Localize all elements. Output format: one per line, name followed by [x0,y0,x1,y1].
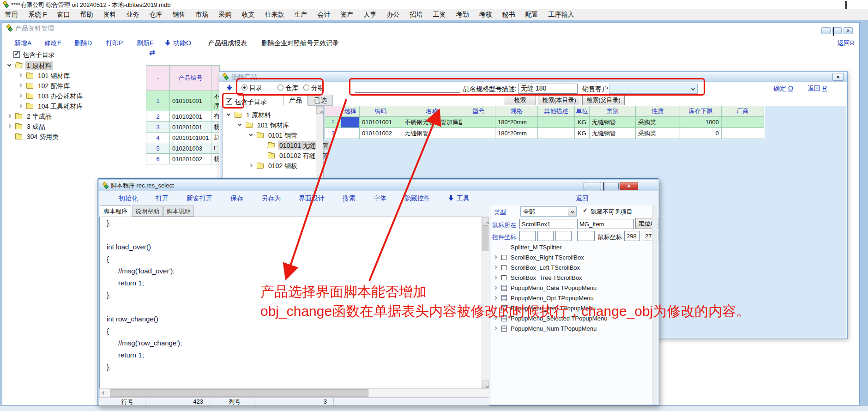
menu-item-5[interactable]: 资料 [98,11,121,19]
chevron-collapsed-icon[interactable] [7,114,11,118]
menu-item-3[interactable]: 窗口 [52,11,75,19]
table-row[interactable]: 1010101001不锈钢无缝钢管加厚型180*20mmKG无缝钢管采购类100… [325,117,765,128]
control-x-input[interactable] [519,231,536,241]
tree-item[interactable]: 0101 钢管 [223,130,323,140]
hide-invisible-checkbox[interactable] [582,208,588,214]
script-minimize-button[interactable] [584,182,601,190]
tree-item[interactable]: 3 成品 [2,121,141,132]
control-tree-item[interactable]: PopupMenu_Num TPopupMenu [490,324,658,334]
control-tree-item[interactable]: PopupMenu_Cata TPopupMenu [490,283,658,293]
script-toolbar-打开[interactable]: 打开 [156,194,169,203]
script-tab-脚本程序[interactable]: 脚本程序 [100,206,131,217]
search-button-3[interactable]: 检索(父目录) [582,95,625,105]
tree-item[interactable]: 010102 有缝焊管 [223,151,323,161]
maximize-button[interactable] [845,2,859,8]
script-toolbar-另存为[interactable]: 另存为 [261,194,281,203]
return-button[interactable]: 返回R [837,39,855,48]
table-row[interactable]: 2010101002无缝钢管180*20mmKG无缝钢管采购类0 [325,128,765,139]
script-maximize-button[interactable] [603,182,619,190]
tab-产品[interactable]: 产品 [283,95,308,106]
chevron-collapsed-icon[interactable] [18,104,22,108]
tree-item[interactable]: 0102 钢板 [223,161,323,171]
chevron-collapsed-icon[interactable] [7,124,11,128]
menu-item-1[interactable]: 常用 [0,11,23,19]
tree-item[interactable]: 103 办公耗材库 [2,91,141,101]
chevron-collapsed-icon[interactable] [18,84,22,87]
script-titlebar[interactable]: 脚本程序 rec.res_select × [99,180,658,191]
tree-item[interactable]: 304 费用类 [2,132,141,142]
ok-button[interactable]: 确定 O [773,85,793,93]
menu-item-24[interactable]: 工序输入 [543,11,579,19]
chevron-expanded-icon[interactable] [238,122,241,126]
search-button-1[interactable]: 检索 [504,95,536,105]
table-row[interactable]: 2010102001有 [146,111,221,122]
control-h-input[interactable] [577,231,595,241]
script-toolbar-界面设计[interactable]: 界面设计 [299,194,325,203]
menu-item-10[interactable]: 采购 [213,11,236,19]
type-combobox[interactable]: 全部 [520,206,577,217]
control-w-input[interactable] [555,231,572,241]
table-row[interactable]: 5010201003F [146,143,221,154]
menu-item-13[interactable]: 生产 [289,11,312,19]
chevron-collapsed-icon[interactable] [18,73,22,77]
type-label[interactable]: 类型 [494,208,506,217]
control-tree-item[interactable]: ScrollBox_Right TScrollBox [490,253,658,263]
script-toolbar-字体[interactable]: 字体 [374,194,386,203]
script-toolbar-搜索[interactable]: 搜索 [343,194,356,203]
chevron-collapsed-icon[interactable] [494,255,497,259]
menu-item-18[interactable]: 招培 [404,11,428,19]
table-row[interactable]: 6010201002杨 [146,154,221,164]
tree-item[interactable]: 101 钢材库 [2,71,141,81]
script-close-button[interactable]: × [620,182,638,190]
child-close-button[interactable]: × [844,27,853,34]
child-maximize-button[interactable] [832,27,842,34]
control-y-input[interactable] [537,231,554,241]
table-row[interactable]: 402010101001割 [146,133,221,143]
tab-已选[interactable]: 已选 [308,95,333,106]
control-tree-item[interactable]: Splitter_M TSplitter [490,242,658,253]
script-tab-脚本说明[interactable]: 脚本说明 [163,206,194,217]
menu-item-22[interactable]: 秘书 [497,11,520,19]
menu-item-12[interactable]: 往来款 [259,11,289,19]
menu-item-11[interactable]: 收支 [236,11,259,19]
chevron-collapsed-icon[interactable] [494,326,497,330]
menu-item-21[interactable]: 考核 [474,11,497,19]
table-row[interactable]: 3010201001杨 [146,122,221,133]
chevron-collapsed-icon[interactable] [18,94,22,97]
menu-item-23[interactable]: 配置 [520,11,543,19]
menu-item-2[interactable]: 系统 F [23,11,52,19]
chevron-expanded-icon[interactable] [7,63,11,66]
func-down-icon[interactable] [165,40,170,46]
mouse-x-input[interactable] [624,231,640,241]
toolbar-删除企业对照编号无效记录[interactable]: 删除企业对照编号无效记录 [261,39,339,48]
mouse-over-item-input[interactable] [577,219,634,229]
chevron-collapsed-icon[interactable] [494,266,497,269]
script-toolbar-保存[interactable]: 保存 [230,194,243,203]
tree-item[interactable]: 1 原材料 [2,60,141,71]
move-down-icon[interactable] [227,85,232,91]
menu-item-9[interactable]: 市场 [190,11,213,19]
menu-item-14[interactable]: 会计 [312,11,335,19]
chevron-expanded-icon[interactable] [227,112,230,116]
script-toolbar-back[interactable]: 返回 [576,194,589,203]
tree-item[interactable]: 102 配件库 [2,81,141,91]
tree-item[interactable]: 1 原材料 [223,110,323,120]
control-tree-item[interactable]: ScrollBox_Left TScrollBox [490,263,658,273]
menu-item-7[interactable]: 仓库 [144,11,167,19]
script-toolbar-新窗打开[interactable]: 新窗打开 [187,194,212,203]
script-tab-说明帮助[interactable]: 说明帮助 [132,206,163,217]
toolbar-产品组成报表[interactable]: 产品组成报表 [208,39,247,48]
tree-item[interactable]: 101 钢材库 [223,120,323,130]
menu-item-15[interactable]: 资产 [335,11,358,19]
control-tree-item[interactable]: ScrollBox_Tree TScrollBox [490,273,658,283]
dialog-close-button[interactable]: × [832,73,844,81]
menu-item-16[interactable]: 人事 [358,11,381,19]
search-button-2[interactable]: 检索(本目录) [538,95,580,105]
script-toolbar-tools[interactable]: 工具 [457,194,470,203]
table-row[interactable]: 1010101001不厚 [146,91,221,111]
tools-down-icon[interactable] [448,195,454,201]
back-button[interactable]: 返回 R [808,85,827,93]
script-toolbar-隐藏控件[interactable]: 隐藏控件 [404,194,430,203]
swap-columns-icon[interactable]: ⇄ [149,48,155,57]
toolbar-func-button[interactable]: 功能O [173,39,191,48]
